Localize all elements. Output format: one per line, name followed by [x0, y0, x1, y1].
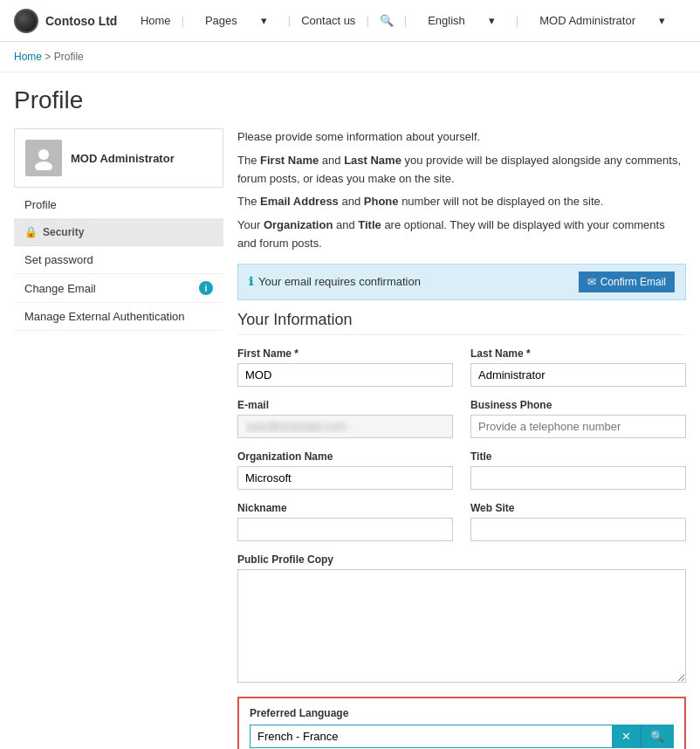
title-label: Title: [470, 450, 686, 463]
form-group-last-name: Last Name *: [470, 347, 686, 387]
website-input[interactable]: [470, 518, 686, 541]
business-phone-input[interactable]: [470, 415, 686, 438]
form-group-title: Title: [470, 450, 686, 490]
form-row-org-title: Organization Name Title: [237, 450, 686, 490]
search-icon[interactable]: 🔍: [369, 10, 404, 31]
sidebar: MOD Administrator Profile 🔒 Security Set…: [14, 128, 223, 749]
last-name-input[interactable]: [470, 363, 686, 387]
form-row-name: First Name * Last Name *: [237, 347, 686, 387]
breadcrumb-home[interactable]: Home: [14, 51, 42, 63]
sidebar-user: MOD Administrator: [14, 128, 223, 188]
business-phone-label: Business Phone: [470, 399, 686, 411]
header: Contoso Ltd Home | Pages ▾ | Contact us …: [0, 0, 700, 42]
change-email-icon: i: [199, 281, 213, 295]
form-section-title: Your Information: [237, 311, 686, 335]
form-group-business-phone: Business Phone: [470, 399, 686, 438]
breadcrumb-separator: >: [45, 51, 51, 63]
organization-input[interactable]: [237, 466, 453, 490]
breadcrumb-current: Profile: [54, 51, 84, 63]
nav-contact[interactable]: Contact us: [291, 10, 366, 31]
form-row-email-phone: E-mail Business Phone: [237, 399, 686, 438]
company-logo: Contoso Ltd: [14, 9, 117, 33]
language-dropdown-arrow: ▾: [478, 10, 505, 31]
nickname-label: Nickname: [237, 502, 453, 514]
first-name-input[interactable]: [237, 363, 453, 387]
form-row-nickname-website: Nickname Web Site: [237, 502, 686, 541]
info-text-3: The Email Address and Phone number will …: [237, 193, 686, 211]
sidebar-item-set-password[interactable]: Set password: [14, 246, 223, 274]
info-text-1: Please provide some information about yo…: [237, 128, 686, 147]
language-search-button[interactable]: 🔍: [641, 725, 674, 748]
main-layout: MOD Administrator Profile 🔒 Security Set…: [14, 128, 686, 749]
profile-copy-textarea[interactable]: [237, 569, 686, 683]
alert-info-icon: ℹ: [249, 275, 253, 288]
form-group-email: E-mail: [237, 399, 453, 438]
sidebar-section-security: 🔒 Security: [14, 219, 223, 246]
language-input-row: ✕ 🔍: [250, 725, 674, 748]
sidebar-item-profile[interactable]: Profile: [14, 191, 223, 219]
avatar: [25, 140, 62, 176]
preferred-language-label: Preferred Language: [250, 707, 674, 719]
preferred-language-section: Preferred Language ✕ 🔍: [237, 697, 686, 749]
info-text-2: The First Name and Last Name you provide…: [237, 152, 686, 189]
info-text-4: Your Organization and Title are optional…: [237, 216, 686, 253]
search-icon: 🔍: [650, 730, 664, 743]
user-dropdown-arrow: ▾: [649, 10, 676, 31]
email-label: E-mail: [237, 399, 453, 411]
close-icon: ✕: [621, 730, 631, 743]
form-group-nickname: Nickname: [237, 502, 453, 541]
svg-point-1: [35, 161, 52, 170]
content-area: Please provide some information about yo…: [237, 128, 686, 749]
pages-dropdown-arrow: ▾: [250, 10, 278, 31]
nav-home[interactable]: Home: [130, 10, 182, 31]
page-title: Profile: [14, 86, 686, 114]
nav-pages[interactable]: Pages ▾: [184, 7, 288, 34]
nav-language[interactable]: English ▾: [407, 7, 516, 34]
first-name-label: First Name *: [237, 347, 453, 360]
alert-message: Your email requires confirmation: [258, 275, 421, 288]
confirm-email-button[interactable]: ✉ Confirm Email: [579, 271, 675, 292]
nav-user[interactable]: MOD Administrator ▾: [518, 7, 686, 34]
sidebar-item-manage-ext-auth[interactable]: Manage External Authentication: [14, 303, 223, 331]
website-label: Web Site: [470, 502, 686, 514]
form-group-organization: Organization Name: [237, 450, 453, 490]
sidebar-item-change-email[interactable]: Change Email i: [14, 274, 223, 303]
language-clear-button[interactable]: ✕: [612, 725, 641, 748]
form-group-profile-copy: Public Profile Copy: [237, 553, 686, 683]
page-container: Profile MOD Administrator Profile 🔒 Secu…: [0, 72, 700, 749]
language-input[interactable]: [250, 725, 612, 748]
last-name-label: Last Name *: [470, 347, 686, 360]
logo-icon: [14, 9, 38, 33]
company-name: Contoso Ltd: [45, 14, 117, 28]
alert-left: ℹ Your email requires confirmation: [249, 275, 421, 288]
email-confirmation-alert: ℹ Your email requires confirmation ✉ Con…: [237, 264, 686, 300]
form-group-website: Web Site: [470, 502, 686, 541]
svg-point-0: [38, 149, 49, 160]
breadcrumb: Home > Profile: [0, 42, 700, 72]
sidebar-username: MOD Administrator: [71, 152, 175, 165]
profile-copy-label: Public Profile Copy: [237, 553, 686, 566]
header-nav: Home | Pages ▾ | Contact us | 🔍 | Englis…: [130, 7, 686, 34]
title-input[interactable]: [470, 466, 686, 490]
change-email-row: Change Email i: [24, 281, 213, 295]
envelope-icon: ✉: [587, 276, 596, 288]
email-input[interactable]: [237, 415, 453, 438]
form-group-first-name: First Name *: [237, 347, 453, 387]
nickname-input[interactable]: [237, 518, 453, 541]
avatar-icon: [31, 146, 56, 170]
organization-label: Organization Name: [237, 450, 453, 463]
lock-icon: 🔒: [24, 226, 38, 238]
